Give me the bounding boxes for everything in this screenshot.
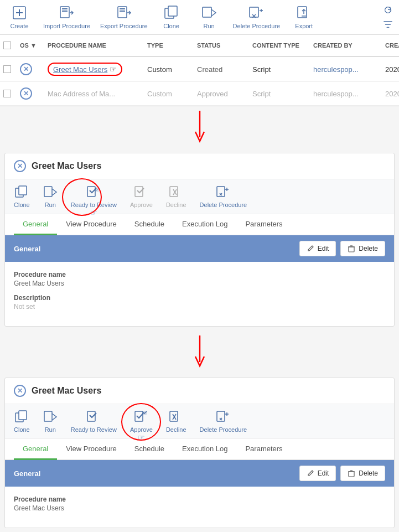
edit-button[interactable]: Edit: [299, 241, 336, 256]
create-button[interactable]: Create: [6, 5, 33, 29]
panel-1-title: Greet Mac Users: [32, 161, 101, 171]
tab-schedule[interactable]: Schedule: [126, 214, 173, 235]
delete-button[interactable]: Delete: [340, 241, 385, 256]
procedure-name-column-header: PROCEDURE NAME: [44, 39, 144, 51]
created-on-cell: 2020/04/13 ...: [382, 85, 399, 102]
select-all-checkbox[interactable]: [3, 42, 11, 49]
svg-rect-24: [19, 186, 27, 195]
run-button[interactable]: Run: [195, 5, 223, 29]
procedure-name-value: Greet Mac Users: [14, 280, 385, 287]
svg-rect-33: [217, 187, 225, 197]
panel2-tab-general[interactable]: General: [14, 439, 57, 460]
toolbar-right-icons: [382, 4, 393, 30]
panel2-edit-button[interactable]: Edit: [299, 466, 336, 481]
panel-2: ✕ Greet Mac Users Clone Run Ready to: [4, 378, 395, 528]
section-title: General: [14, 245, 40, 253]
tab-parameters[interactable]: Parameters: [236, 214, 291, 235]
os-icon: ✕: [20, 63, 32, 75]
svg-rect-43: [19, 411, 27, 420]
svg-rect-46: [135, 411, 143, 421]
clone-button[interactable]: Clone: [158, 5, 185, 29]
arrow-2: [0, 331, 399, 373]
created-by-column-header: CREATED BY: [310, 39, 382, 51]
panel-2-tabs: General View Procedure Schedule Executio…: [5, 439, 394, 460]
tab-execution-log[interactable]: Execution Log: [173, 214, 236, 235]
cursor-icon: ☞: [110, 65, 117, 74]
svg-text:✓: ✓: [96, 188, 99, 192]
panel-1-body: Procedure name Greet Mac Users Descripti…: [5, 262, 394, 326]
filter-icon[interactable]: [382, 19, 393, 30]
procedure-name-value: Greet Mac Users: [14, 504, 385, 512]
panel2-tab-view-procedure[interactable]: View Procedure: [57, 439, 126, 460]
procedure-name-label: Procedure name: [14, 271, 385, 278]
panel2-clone-button[interactable]: Clone: [14, 410, 30, 433]
svg-rect-5: [62, 11, 68, 12]
svg-rect-9: [120, 11, 125, 12]
content-type-cell: Script: [249, 60, 310, 78]
description-value: Not set: [14, 303, 385, 311]
svg-rect-13: [203, 7, 211, 17]
svg-rect-25: [44, 187, 52, 197]
panel-run-button[interactable]: Run: [43, 185, 58, 208]
created-by-cell: herculespop...: [310, 85, 382, 102]
panel2-run-button[interactable]: Run: [43, 410, 58, 433]
os-column-header[interactable]: OS ▼: [20, 42, 37, 49]
panel2-delete-button[interactable]: Delete Procedure: [200, 410, 247, 433]
arrow-1: [0, 106, 399, 148]
row-checkbox[interactable]: [3, 90, 11, 97]
cursor-icon: ☞: [90, 208, 97, 217]
table-row: ✕ Greet Mac Users ☞ Custom Created Scrip…: [0, 57, 399, 82]
content-type-cell: Script: [249, 85, 310, 102]
refresh-icon[interactable]: [382, 4, 393, 16]
cursor-icon: ☞: [138, 433, 145, 442]
export-button[interactable]: Export: [290, 5, 318, 29]
panel-approve-button: Approve: [130, 185, 153, 208]
status-cell: Approved: [194, 85, 249, 102]
panel2-approve-button[interactable]: Approve ☞: [130, 410, 153, 433]
svg-rect-44: [44, 411, 52, 421]
panel2-tab-execution-log[interactable]: Execution Log: [173, 439, 236, 460]
tab-general[interactable]: General: [14, 214, 57, 235]
type-cell: Custom: [144, 60, 194, 78]
svg-rect-4: [62, 8, 68, 9]
content-type-column-header: CONTENT TYPE: [249, 39, 310, 51]
created-on-column-header: CREATED ON: [382, 39, 399, 51]
tab-view-procedure[interactable]: View Procedure: [57, 214, 126, 235]
panel-1-section-header: General Edit Delete: [5, 235, 394, 262]
panel2-ready-to-review-button[interactable]: Ready to Review: [71, 410, 117, 433]
status-column-header: STATUS: [194, 39, 249, 51]
svg-rect-51: [217, 411, 225, 421]
procedure-name-link[interactable]: Greet Mac Users: [53, 65, 107, 74]
panel2-decline-button[interactable]: Decline: [166, 410, 186, 433]
panel2-delete-button[interactable]: Delete: [340, 466, 385, 481]
section-title: General: [14, 469, 40, 478]
panel-2-title: Greet Mac Users: [32, 386, 101, 396]
panel-2-body: Procedure name Greet Mac Users: [5, 487, 394, 528]
panel-2-section-header: General Edit Delete: [5, 460, 394, 487]
svg-rect-30: [170, 187, 178, 197]
procedures-table: OS ▼ PROCEDURE NAME TYPE STATUS CONTENT …: [0, 35, 399, 106]
row-checkbox[interactable]: [3, 65, 11, 73]
panel-2-toolbar: Clone Run Ready to Review: [5, 404, 394, 439]
panel2-tab-schedule[interactable]: Schedule: [126, 439, 173, 460]
type-cell: Custom: [144, 85, 194, 102]
export-procedure-button[interactable]: Export Procedure: [100, 5, 148, 29]
created-on-cell: 2020/04/16 ...: [382, 60, 399, 78]
import-procedure-button[interactable]: Import Procedure: [43, 5, 90, 29]
svg-rect-38: [349, 247, 354, 252]
procedure-name-label: Procedure name: [14, 495, 385, 503]
panel-ready-to-review-button[interactable]: ✓ Ready to Review ☞: [71, 185, 117, 208]
panel-2-x-badge: ✕: [14, 385, 26, 397]
panel-delete-button[interactable]: Delete Procedure: [200, 185, 247, 208]
svg-rect-56: [349, 472, 354, 477]
panel-clone-button[interactable]: Clone: [14, 185, 30, 208]
delete-procedure-toolbar-button[interactable]: Delete Procedure: [233, 5, 281, 29]
svg-rect-8: [120, 8, 125, 9]
panel2-tab-parameters[interactable]: Parameters: [236, 439, 291, 460]
os-icon: ✕: [20, 87, 32, 100]
panel-2-header: ✕ Greet Mac Users: [5, 378, 394, 404]
status-cell: Created: [194, 60, 249, 78]
type-column-header: TYPE: [144, 39, 194, 51]
panel-1-toolbar: Clone Run ✓ Ready to Review ☞: [5, 179, 394, 214]
panel-1-tabs: General View Procedure Schedule Executio…: [5, 214, 394, 235]
